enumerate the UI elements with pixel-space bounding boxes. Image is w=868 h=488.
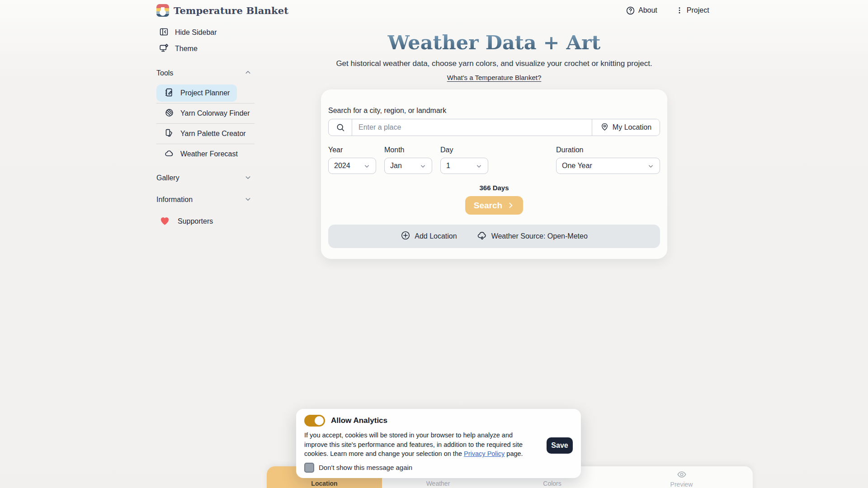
day-select[interactable]: 1 xyxy=(440,158,488,174)
sidebar-item-project-planner[interactable]: Project Planner xyxy=(156,84,237,102)
tools-section-header[interactable]: Tools xyxy=(156,65,255,81)
main-content: Weather Data + Art Get historical weathe… xyxy=(321,21,667,259)
chevron-down-icon xyxy=(363,163,370,169)
sidebar: Hide Sidebar Theme Tools xyxy=(156,21,255,230)
privacy-policy-link[interactable]: Privacy Policy xyxy=(464,450,505,457)
sidebar-item-weather-forecast[interactable]: Weather Forecast xyxy=(156,145,255,163)
plus-circle-icon xyxy=(401,230,410,242)
cookie-text: If you accept, cookies will be stored in… xyxy=(304,431,535,459)
date-row: Year 2024 Month Jan Day 1 xyxy=(328,146,660,174)
page-title: Weather Data + Art xyxy=(321,32,667,54)
project-menu-button[interactable]: Project xyxy=(675,6,709,14)
whats-a-temperature-blanket-link[interactable]: What's a Temperature Blanket? xyxy=(447,74,542,81)
map-pin-icon xyxy=(600,122,609,133)
eye-icon xyxy=(677,469,687,479)
add-location-button[interactable]: Add Location xyxy=(401,230,457,242)
dont-show-label: Don't show this message again xyxy=(319,464,412,471)
chevron-down-icon xyxy=(244,174,252,183)
month-select[interactable]: Jan xyxy=(384,158,432,174)
sidebar-item-yarn-palette-creator[interactable]: Yarn Palette Creator xyxy=(156,125,255,142)
chevron-down-icon xyxy=(476,163,482,169)
theme-button[interactable]: Theme xyxy=(156,41,255,57)
hide-sidebar-button[interactable]: Hide Sidebar xyxy=(156,24,255,41)
app-header: Temperature Blanket About Project xyxy=(0,0,868,21)
divider xyxy=(156,103,255,103)
divider xyxy=(156,123,255,124)
swatches-icon xyxy=(165,128,174,140)
chevron-up-icon xyxy=(244,69,252,78)
kebab-menu-icon xyxy=(675,6,684,14)
cookie-title: Allow Analytics xyxy=(331,416,387,425)
divider xyxy=(156,144,255,144)
search-button[interactable]: Search xyxy=(465,196,523,215)
place-input[interactable] xyxy=(352,119,592,136)
year-label: Year xyxy=(328,146,376,154)
search-label: Search for a city, region, or landmark xyxy=(328,107,660,115)
duration-select[interactable]: One Year xyxy=(556,158,660,174)
panel-collapse-icon xyxy=(159,27,169,38)
month-label: Month xyxy=(384,146,432,154)
theme-monitor-icon xyxy=(159,43,169,55)
weather-source-button[interactable]: Weather Source: Open-Meteo xyxy=(477,230,588,243)
page: Temperature Blanket About Project xyxy=(0,0,868,488)
card-action-bar: Add Location Weather Source: Open-Meteo xyxy=(328,225,660,248)
gallery-section-header[interactable]: Gallery xyxy=(156,170,255,186)
cookie-banner: Allow Analytics If you accept, cookies w… xyxy=(296,409,581,478)
save-button[interactable]: Save xyxy=(547,437,573,454)
place-search-row: My Location xyxy=(328,119,660,136)
header-actions: About Project xyxy=(626,0,709,21)
sidebar-item-yarn-colorway-finder[interactable]: Yarn Colorway Finder xyxy=(156,105,255,122)
search-icon[interactable] xyxy=(329,119,352,136)
chevron-down-icon xyxy=(647,163,654,169)
year-select[interactable]: 2024 xyxy=(328,158,376,174)
about-button[interactable]: About xyxy=(626,6,657,15)
yarn-ball-icon xyxy=(165,108,174,119)
tab-preview[interactable]: Preview xyxy=(610,466,753,488)
help-icon xyxy=(626,6,635,15)
chevron-down-icon xyxy=(244,195,252,205)
information-section-header[interactable]: Information xyxy=(156,192,255,208)
day-label: Day xyxy=(440,146,488,154)
sidebar-item-supporters[interactable]: Supporters xyxy=(156,213,255,230)
app-logo-icon xyxy=(156,4,169,17)
heart-icon xyxy=(159,215,170,228)
brand[interactable]: Temperature Blanket xyxy=(156,0,288,21)
dont-show-checkbox[interactable] xyxy=(304,463,314,473)
my-location-button[interactable]: My Location xyxy=(592,119,660,136)
chevron-right-icon xyxy=(507,202,514,209)
cloud-gear-icon xyxy=(477,230,487,243)
allow-analytics-toggle[interactable] xyxy=(304,415,325,427)
page-subtitle: Get historical weather data, choose yarn… xyxy=(321,59,667,68)
days-count: 366 Days xyxy=(328,184,660,192)
app-title: Temperature Blanket xyxy=(174,5,288,16)
cloud-icon xyxy=(165,149,174,160)
search-card: Search for a city, region, or landmark M… xyxy=(321,89,667,259)
chevron-down-icon xyxy=(420,163,426,169)
notebook-pen-icon xyxy=(165,88,174,99)
duration-label: Duration xyxy=(556,146,660,154)
